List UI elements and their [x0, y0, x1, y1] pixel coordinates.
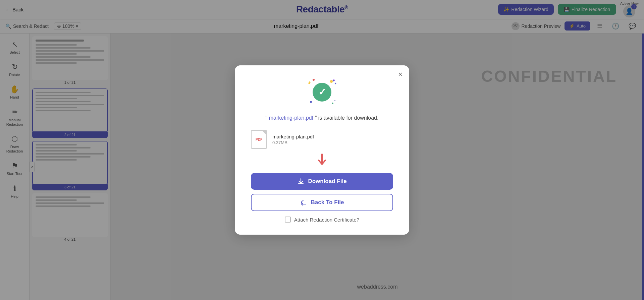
star-icon-2: ✦	[334, 82, 337, 85]
modal-subtitle: " marketing-plan.pdf " is available for …	[266, 114, 379, 122]
confetti-5	[308, 81, 311, 84]
modal-close-button[interactable]: ×	[398, 71, 402, 78]
celebration-icon-area: ✦ ✦ ✦ ✓	[309, 79, 335, 106]
download-file-button[interactable]: Download File	[251, 173, 393, 190]
file-details: marketing-plan.pdf 0.37MB	[272, 134, 314, 145]
check-icon: ✓	[318, 86, 326, 98]
attach-certificate-label[interactable]: Attach Redaction Certificate?	[294, 217, 359, 223]
success-check-circle: ✓	[313, 83, 331, 102]
subtitle-pre: "	[266, 115, 269, 121]
download-modal: × ✦ ✦ ✦ ✓ " marketing-plan.pdf " is avai…	[235, 65, 409, 235]
subtitle-post: " is available for download.	[313, 115, 378, 121]
filename-link[interactable]: marketing-plan.pdf	[269, 115, 314, 121]
file-info-row: PDF marketing-plan.pdf 0.37MB	[251, 130, 393, 149]
back-to-file-button[interactable]: Back To File	[251, 194, 393, 211]
confetti-2	[313, 79, 315, 81]
confetti-3	[310, 101, 312, 103]
back-to-file-label: Back To File	[311, 199, 344, 206]
attach-certificate-checkbox[interactable]	[285, 217, 291, 223]
download-label: Download File	[308, 178, 346, 185]
star-icon-3: ✦	[334, 99, 336, 102]
download-icon	[297, 178, 305, 185]
file-size-text: 0.37MB	[272, 140, 314, 145]
back-arrow-curved-icon	[300, 199, 308, 206]
pdf-file-icon: PDF	[251, 130, 267, 149]
confetti-4	[332, 103, 333, 104]
file-name-text: marketing-plan.pdf	[272, 134, 314, 139]
certificate-row: Attach Redaction Certificate?	[285, 217, 359, 223]
arrow-down-icon	[251, 153, 393, 166]
modal-overlay: × ✦ ✦ ✦ ✓ " marketing-plan.pdf " is avai…	[0, 0, 644, 300]
